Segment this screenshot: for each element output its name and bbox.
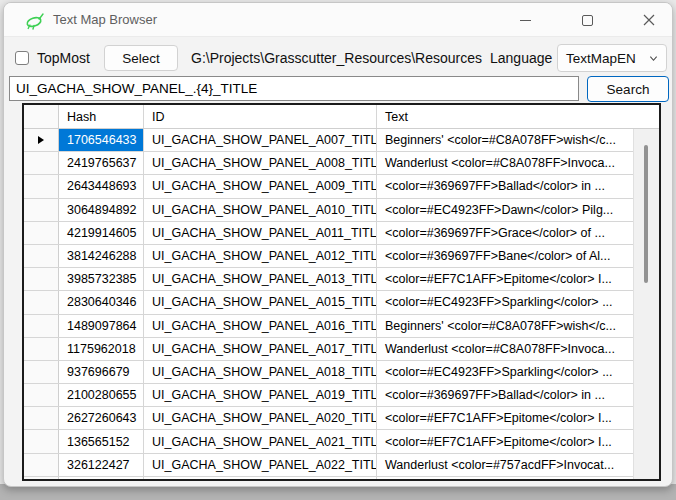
- column-header-id[interactable]: ID: [144, 105, 377, 128]
- results-datagrid: Hash ID Text 1706546433 UI_GACHA_SHOW_PA…: [22, 103, 661, 481]
- row-header-cell[interactable]: [24, 268, 59, 290]
- row-header-cell[interactable]: [24, 245, 59, 267]
- grid-corner-header[interactable]: [24, 105, 59, 128]
- grid-body: 1706546433 UI_GACHA_SHOW_PANEL_A007_TITL…: [24, 129, 659, 479]
- table-row[interactable]: 2419765637 UI_GACHA_SHOW_PANEL_A008_TITL…: [24, 152, 659, 175]
- table-row[interactable]: 2627260643 UI_GACHA_SHOW_PANEL_A020_TITL…: [24, 407, 659, 430]
- hash-cell[interactable]: 4219914605: [59, 222, 144, 244]
- table-row[interactable]: 326122427 UI_GACHA_SHOW_PANEL_A022_TITLE…: [24, 454, 659, 477]
- hash-cell[interactable]: 2643448693: [59, 175, 144, 197]
- id-cell[interactable]: UI_GACHA_SHOW_PANEL_A017_TITLE: [144, 338, 377, 360]
- row-header-cell[interactable]: [24, 361, 59, 383]
- id-cell[interactable]: UI_GACHA_SHOW_PANEL_A007_TITLE: [144, 129, 377, 151]
- text-cell[interactable]: <color=#369697FF>Grace</color> of ...: [377, 222, 659, 244]
- select-button[interactable]: Select: [104, 45, 178, 71]
- table-row[interactable]: 4219914605 UI_GACHA_SHOW_PANEL_A011_TITL…: [24, 222, 659, 245]
- row-header-cell[interactable]: [24, 129, 59, 151]
- row-header-cell[interactable]: [24, 315, 59, 337]
- id-cell[interactable]: UI_GACHA_SHOW_PANEL_A019_TITLE: [144, 384, 377, 406]
- hash-cell[interactable]: 2419765637: [59, 152, 144, 174]
- hash-cell[interactable]: [59, 477, 144, 479]
- row-header-cell[interactable]: [24, 152, 59, 174]
- text-cell[interactable]: <color=#369697FF>Ballad</color> in ...: [377, 175, 659, 197]
- table-row[interactable]: 1489097864 UI_GACHA_SHOW_PANEL_A016_TITL…: [24, 315, 659, 338]
- text-cell[interactable]: <color=#EF7C1AFF>Epitome</color> I...: [377, 268, 659, 290]
- maximize-icon: [582, 15, 593, 26]
- hash-cell[interactable]: 326122427: [59, 454, 144, 476]
- row-header-cell[interactable]: [24, 338, 59, 360]
- hash-cell[interactable]: 3814246288: [59, 245, 144, 267]
- vertical-scrollbar[interactable]: [633, 129, 659, 479]
- row-header-cell[interactable]: [24, 175, 59, 197]
- table-row[interactable]: 1706546433 UI_GACHA_SHOW_PANEL_A007_TITL…: [24, 129, 659, 152]
- title-bar[interactable]: Text Map Browser: [4, 3, 672, 37]
- id-cell[interactable]: UI_GACHA_SHOW_PANEL_A012_TITLE: [144, 245, 377, 267]
- table-row[interactable]: 1175962018 UI_GACHA_SHOW_PANEL_A017_TITL…: [24, 338, 659, 361]
- hash-cell[interactable]: 1706546433: [59, 129, 144, 151]
- id-cell[interactable]: UI_GACHA_SHOW_PANEL_A016_TITLE: [144, 315, 377, 337]
- close-button[interactable]: [634, 6, 664, 34]
- row-header-cell[interactable]: [24, 199, 59, 221]
- id-cell[interactable]: UI_GACHA_SHOW_PANEL_A018_TITLE: [144, 361, 377, 383]
- text-cell[interactable]: Beginners' <color=#C8A078FF>wish</c...: [377, 315, 659, 337]
- id-cell[interactable]: UI_GACHA_SHOW_PANEL_A020_TITLE: [144, 407, 377, 429]
- row-header-cell[interactable]: [24, 291, 59, 313]
- id-cell[interactable]: UI_GACHA_SHOW_PANEL_A013_TITLE: [144, 268, 377, 290]
- row-header-cell[interactable]: [24, 430, 59, 452]
- text-cell[interactable]: Wanderlust <color=#C8A078FF>Invoca...: [377, 152, 659, 174]
- grasshopper-app-icon: [25, 11, 44, 30]
- table-row[interactable]: 3814246288 UI_GACHA_SHOW_PANEL_A012_TITL…: [24, 245, 659, 268]
- text-cell[interactable]: <color=#369697FF>Bane</color> of Al...: [377, 245, 659, 267]
- id-cell[interactable]: UI_GACHA_SHOW_PANEL_A015_TITLE: [144, 291, 377, 313]
- column-header-text[interactable]: Text: [377, 105, 659, 128]
- maximize-button[interactable]: [572, 6, 602, 34]
- text-cell[interactable]: Beginners' <color=#C8A078FF>wish</c...: [377, 129, 659, 151]
- minimize-button[interactable]: [510, 6, 540, 34]
- text-cell[interactable]: Wanderlust <color=#C8A078FF>Invoca...: [377, 338, 659, 360]
- hash-cell[interactable]: 2100280655: [59, 384, 144, 406]
- hash-cell[interactable]: 1489097864: [59, 315, 144, 337]
- table-row[interactable]: 3985732385 UI_GACHA_SHOW_PANEL_A013_TITL…: [24, 268, 659, 291]
- table-row[interactable]: 2830640346 UI_GACHA_SHOW_PANEL_A015_TITL…: [24, 291, 659, 314]
- id-cell[interactable]: UI_GACHA_SHOW_PANEL_A022_TITLE: [144, 454, 377, 476]
- text-cell[interactable]: <color=#EC4923FF>Sparkling</color> ...: [377, 361, 659, 383]
- id-cell[interactable]: UI_GACHA_SHOW_PANEL_A011_TITLE: [144, 222, 377, 244]
- chevron-down-icon: [649, 54, 658, 63]
- row-header-cell[interactable]: [24, 407, 59, 429]
- hash-cell[interactable]: 136565152: [59, 430, 144, 452]
- table-row[interactable]: 937696679 UI_GACHA_SHOW_PANEL_A018_TITLE…: [24, 361, 659, 384]
- hash-cell[interactable]: 2627260643: [59, 407, 144, 429]
- table-row[interactable]: 136565152 UI_GACHA_SHOW_PANEL_A021_TITLE…: [24, 430, 659, 453]
- text-cell[interactable]: <color=#EC4923FF>Dawn</color> Pilg...: [377, 199, 659, 221]
- id-cell[interactable]: UI_GACHA_SHOW_PANEL_A009_TITLE: [144, 175, 377, 197]
- id-cell[interactable]: UI_GACHA_SHOW_PANEL_A008_TITLE: [144, 152, 377, 174]
- scrollbar-thumb[interactable]: [644, 145, 648, 283]
- text-cell[interactable]: <color=#EC4923FF>...: [377, 477, 659, 479]
- search-input[interactable]: [9, 76, 579, 101]
- row-header-cell[interactable]: [24, 222, 59, 244]
- text-cell[interactable]: <color=#EC4923FF>Sparkling</color> ...: [377, 291, 659, 313]
- id-cell[interactable]: UI_GACHA_SHOW_PANEL_A021_TITLE: [144, 430, 377, 452]
- text-cell[interactable]: <color=#EF7C1AFF>Epitome</color> I...: [377, 430, 659, 452]
- table-row[interactable]: 2643448693 UI_GACHA_SHOW_PANEL_A009_TITL…: [24, 175, 659, 198]
- topmost-checkbox[interactable]: [15, 51, 29, 65]
- hash-cell[interactable]: 3985732385: [59, 268, 144, 290]
- search-button[interactable]: Search: [587, 76, 669, 102]
- hash-cell[interactable]: 2830640346: [59, 291, 144, 313]
- hash-cell[interactable]: 937696679: [59, 361, 144, 383]
- column-header-hash[interactable]: Hash: [59, 105, 144, 128]
- hash-cell[interactable]: 3064894892: [59, 199, 144, 221]
- row-header-cell[interactable]: [24, 454, 59, 476]
- hash-cell[interactable]: 1175962018: [59, 338, 144, 360]
- row-header-cell[interactable]: [24, 384, 59, 406]
- text-cell[interactable]: Wanderlust <color=#757acdFF>Invocat...: [377, 454, 659, 476]
- table-row[interactable]: 2100280655 UI_GACHA_SHOW_PANEL_A019_TITL…: [24, 384, 659, 407]
- id-cell[interactable]: [144, 477, 377, 479]
- text-cell[interactable]: <color=#369697FF>Ballad</color> in ...: [377, 384, 659, 406]
- table-row[interactable]: 3064894892 UI_GACHA_SHOW_PANEL_A010_TITL…: [24, 199, 659, 222]
- text-cell[interactable]: <color=#EF7C1AFF>Epitome</color> I...: [377, 407, 659, 429]
- table-row[interactable]: <color=#EC4923FF>...: [24, 477, 659, 479]
- row-header-cell[interactable]: [24, 477, 59, 479]
- language-combobox[interactable]: TextMapEN: [557, 44, 667, 72]
- id-cell[interactable]: UI_GACHA_SHOW_PANEL_A010_TITLE: [144, 199, 377, 221]
